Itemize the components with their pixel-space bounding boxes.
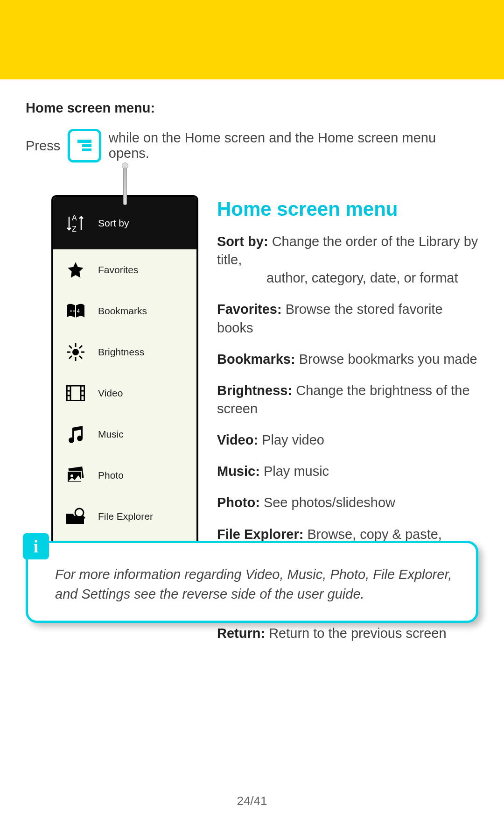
desc-music: Music: Play music <box>217 462 478 481</box>
desc-term: Bookmarks: <box>217 352 295 367</box>
menu-item-favorites[interactable]: Favorites <box>53 249 196 290</box>
antenna-icon <box>122 163 128 205</box>
desc-brightness: Brightness: Change the brightness of the… <box>217 382 478 418</box>
desc-term: Photo: <box>217 495 260 510</box>
menu-label: Music <box>98 429 187 440</box>
menu-label: Sort by <box>98 218 187 229</box>
desc-text-2: author, category, date, or format <box>217 270 458 285</box>
photo-icon <box>65 465 86 486</box>
desc-term: File Explorer: <box>217 527 303 542</box>
folder-search-icon <box>65 506 86 527</box>
svg-line-12 <box>79 356 82 359</box>
desc-term: Video: <box>217 432 258 447</box>
svg-text:Z: Z <box>72 225 77 233</box>
svg-text:4: 4 <box>77 309 80 314</box>
press-after: while on the Home screen and the Home sc… <box>109 130 478 161</box>
desc-term: Sort by: <box>217 234 268 249</box>
svg-point-6 <box>72 349 79 355</box>
desc-term: Music: <box>217 464 260 479</box>
desc-favorites: Favorites: Browse the stored favorite bo… <box>217 300 478 337</box>
desc-term: Favorites: <box>217 302 282 317</box>
menu-button-icon <box>68 129 101 163</box>
menu-label: Bookmarks <box>98 305 187 317</box>
menu-item-brightness[interactable]: Brightness <box>53 332 196 373</box>
star-icon <box>65 260 86 280</box>
desc-term: Return: <box>217 626 265 641</box>
svg-rect-16 <box>67 386 70 401</box>
svg-line-14 <box>69 356 72 359</box>
svg-line-11 <box>69 346 72 348</box>
sort-az-icon: A Z <box>65 213 86 233</box>
menu-label: Video <box>98 388 187 399</box>
desc-text: See photos/slideshow <box>264 495 395 510</box>
svg-rect-15 <box>67 386 84 401</box>
menu-label: File Explorer <box>98 511 187 522</box>
desc-text: Return to the previous screen <box>269 626 446 641</box>
desc-text: Play video <box>262 432 324 447</box>
desc-term: Brightness: <box>217 383 292 398</box>
top-banner <box>0 0 504 79</box>
film-icon <box>65 383 86 403</box>
descriptions-title: Home screen menu <box>217 198 478 220</box>
svg-line-13 <box>79 346 82 348</box>
desc-text: Browse bookmarks you made <box>299 352 477 367</box>
menu-label: Brightness <box>98 346 187 358</box>
menu-label: Favorites <box>98 264 187 276</box>
desc-return: Return: Return to the previous screen <box>217 624 478 643</box>
page-number: 24/41 <box>0 794 504 808</box>
menu-label: Photo <box>98 470 187 481</box>
menu-item-file-explorer[interactable]: File Explorer <box>53 496 196 537</box>
svg-point-24 <box>70 474 73 477</box>
svg-text:A: A <box>72 214 77 222</box>
press-instruction: Press while on the Home screen and the H… <box>26 129 478 163</box>
menu-item-bookmarks[interactable]: 4 Bookmarks <box>53 290 196 332</box>
svg-rect-17 <box>81 386 84 401</box>
svg-rect-2 <box>82 148 91 151</box>
info-box: i For more information regarding Video, … <box>26 541 478 623</box>
section-title: Home screen menu: <box>26 100 478 116</box>
desc-text: Play music <box>264 464 329 479</box>
menu-item-music[interactable]: Music <box>53 414 196 455</box>
press-before: Press <box>26 138 60 154</box>
svg-rect-1 <box>82 144 91 147</box>
menu-item-video[interactable]: Video <box>53 373 196 414</box>
info-icon: i <box>23 533 49 559</box>
desc-sortby: Sort by: Change the order of the Library… <box>217 233 478 287</box>
info-text: For more information regarding Video, Mu… <box>55 567 452 601</box>
desc-bookmarks: Bookmarks: Browse bookmarks you made <box>217 350 478 368</box>
svg-rect-0 <box>77 140 91 143</box>
music-icon <box>65 424 86 445</box>
book-icon: 4 <box>65 301 86 321</box>
desc-photo: Photo: See photos/slideshow <box>217 494 478 512</box>
brightness-icon <box>65 342 86 362</box>
menu-item-photo[interactable]: Photo <box>53 455 196 496</box>
desc-video: Video: Play video <box>217 431 478 449</box>
